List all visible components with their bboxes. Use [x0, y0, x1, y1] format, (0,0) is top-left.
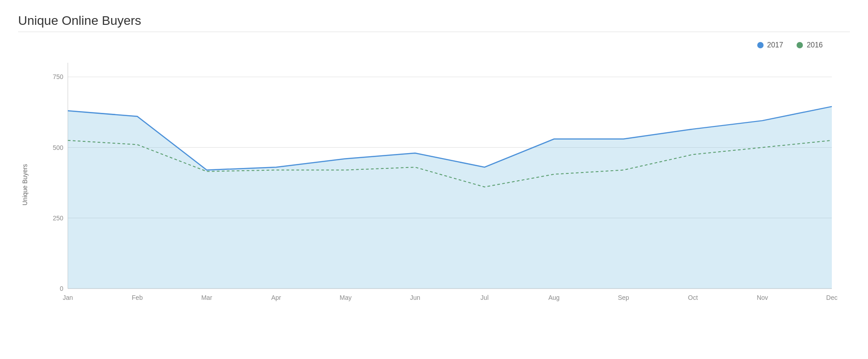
chart-title: Unique Online Buyers: [18, 14, 850, 28]
legend-label-2017: 2017: [767, 41, 783, 49]
chart-svg: 0250500750JanFebMarAprMayJunJulAugSepOct…: [36, 54, 850, 316]
svg-text:750: 750: [53, 73, 64, 80]
svg-text:Aug: Aug: [548, 294, 560, 301]
legend-item-2016: 2016: [797, 41, 823, 49]
svg-text:Dec: Dec: [826, 294, 838, 301]
chart-area: Unique Buyers 0250500750JanFebMarAprMayJ…: [18, 54, 850, 316]
legend-dot-2016: [797, 42, 803, 48]
svg-text:Sep: Sep: [618, 294, 629, 301]
svg-text:500: 500: [53, 144, 64, 151]
title-divider: [18, 32, 850, 32]
legend-dot-2017: [757, 42, 764, 48]
chart-inner: 0250500750JanFebMarAprMayJunJulAugSepOct…: [36, 54, 850, 316]
y-axis-label: Unique Buyers: [18, 54, 32, 316]
svg-text:Apr: Apr: [271, 294, 281, 301]
svg-text:Jun: Jun: [410, 294, 420, 301]
svg-text:Oct: Oct: [688, 294, 698, 301]
chart-container: Unique Online Buyers 2017 2016 Unique Bu…: [0, 0, 868, 359]
svg-text:Feb: Feb: [132, 294, 143, 301]
chart-legend: 2017 2016: [18, 41, 850, 49]
svg-text:Jan: Jan: [63, 294, 73, 301]
svg-text:Nov: Nov: [757, 294, 768, 301]
svg-text:Jul: Jul: [481, 294, 489, 301]
svg-text:May: May: [340, 294, 351, 301]
legend-item-2017: 2017: [757, 41, 783, 49]
svg-text:250: 250: [53, 214, 64, 222]
svg-text:0: 0: [60, 285, 63, 292]
legend-label-2016: 2016: [807, 41, 823, 49]
svg-text:Mar: Mar: [201, 294, 212, 301]
